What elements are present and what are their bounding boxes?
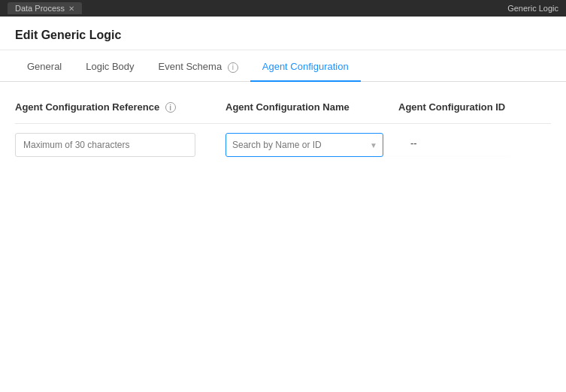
page-title: Edit Generic Logic	[15, 29, 121, 41]
col-header-config-id: Agent Configuration ID	[398, 97, 551, 118]
search-name-input[interactable]	[225, 133, 383, 157]
tab-bar: General Logic Body Event Schema i Agent …	[0, 53, 566, 82]
event-schema-info-icon[interactable]: i	[228, 62, 238, 73]
page-header: Edit Generic Logic	[0, 17, 566, 50]
ref-col-info-icon[interactable]: i	[165, 102, 176, 113]
table-header: Agent Configuration Reference i Agent Co…	[15, 97, 551, 125]
ref-input[interactable]	[15, 133, 195, 157]
table-row: ▼ ▼	[15, 133, 551, 157]
col-header-name: Agent Configuration Name	[225, 97, 398, 118]
top-bar: Data Process ✕ Generic Logic	[0, 0, 566, 17]
tab-event-schema[interactable]: Event Schema i	[147, 53, 250, 82]
close-icon[interactable]: ✕	[68, 5, 74, 13]
tab-general[interactable]: General	[15, 53, 74, 82]
search-dropdown-wrapper: ▼ ▼	[225, 133, 383, 157]
tab-agent-configuration[interactable]: Agent Configuration	[250, 53, 361, 82]
config-id-cell: --	[398, 133, 551, 149]
topbar-tab-data-process[interactable]: Data Process ✕	[8, 2, 82, 14]
content-area: Agent Configuration Reference i Agent Co…	[0, 82, 566, 158]
col-header-ref: Agent Configuration Reference i	[15, 97, 225, 118]
name-cell: ▼ ▼	[225, 133, 398, 157]
tab-logic-body[interactable]: Logic Body	[74, 53, 146, 82]
topbar-right: Generic Logic	[507, 4, 558, 13]
ref-cell	[15, 133, 225, 157]
topbar-tab-label: Data Process	[15, 4, 65, 13]
